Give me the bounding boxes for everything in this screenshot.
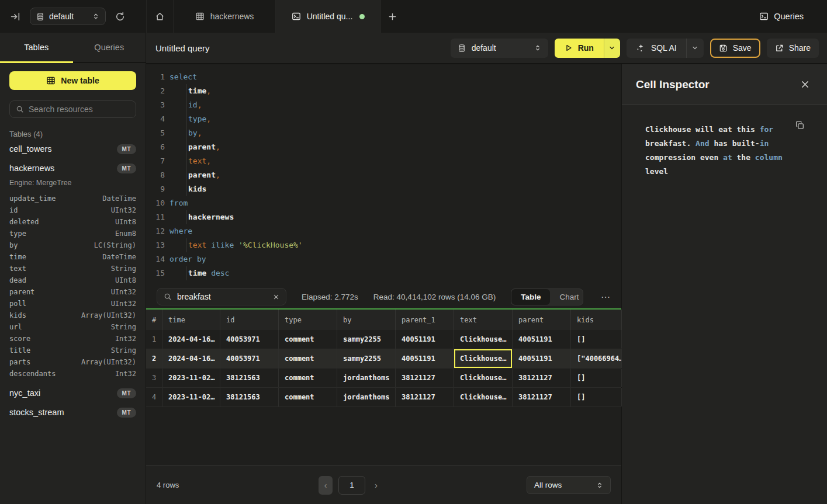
table-cell[interactable]: Clickhouse… [454, 369, 513, 387]
table-cell[interactable]: 38121127 [396, 369, 454, 387]
view-toggle-chart[interactable]: Chart [550, 289, 583, 305]
table-cell[interactable]: sammy2255 [337, 330, 396, 349]
code-line: 1select [146, 70, 621, 84]
table-cell[interactable]: 40051191 [513, 330, 571, 349]
table-cell[interactable]: 38121563 [220, 388, 279, 406]
sidebar-tab-tables[interactable]: Tables [0, 33, 73, 62]
refresh-icon[interactable] [115, 12, 125, 22]
column-header[interactable]: by [337, 310, 396, 330]
sidebar-content: New table Tables (4) cell_towers MT hack… [0, 63, 146, 421]
run-options-button[interactable] [604, 39, 620, 58]
table-cell[interactable]: [] [571, 388, 622, 406]
table-row[interactable]: 12024-04-16…40053971commentsammy22554005… [146, 330, 621, 349]
sidebar-table-stocks-stream[interactable]: stocks_stream MT [9, 404, 136, 421]
table-cell[interactable]: 2024-04-16… [162, 349, 220, 368]
row-count: 4 rows [157, 481, 179, 489]
save-button[interactable]: Save [710, 39, 760, 58]
sidebar-table-cell-towers[interactable]: cell_towers MT [9, 140, 136, 158]
column-definition: idUInt32 [9, 204, 136, 216]
table-cell[interactable]: 40053971 [220, 330, 279, 349]
queries-button[interactable]: Queries [759, 0, 827, 33]
sql-ai-options-button[interactable] [686, 39, 704, 58]
sidebar-table-nyc-taxi[interactable]: nyc_taxi MT [9, 384, 136, 402]
table-cell[interactable]: jordanthoms [337, 388, 396, 406]
column-header[interactable]: # [146, 310, 162, 330]
table-cell[interactable]: comment [279, 349, 337, 368]
body: Tables Queries New table Tables (4) [0, 33, 827, 504]
results-grid-rows: 12024-04-16…40053971commentsammy22554005… [146, 330, 621, 407]
run-label: Run [578, 43, 594, 53]
table-cell[interactable]: 40053971 [220, 349, 279, 368]
copy-icon[interactable] [795, 120, 805, 130]
next-page-button[interactable]: › [375, 480, 378, 490]
column-header[interactable]: parent_1 [396, 310, 454, 330]
table-cell[interactable]: 38121127 [513, 388, 571, 406]
table-cell[interactable]: [] [571, 369, 622, 387]
table-cell[interactable]: 40051191 [396, 349, 454, 368]
table-cell[interactable]: ["40066964… [571, 349, 622, 368]
table-cell[interactable]: Clickhouse… [454, 388, 513, 406]
table-name: stocks_stream [9, 408, 64, 417]
save-label: Save [733, 43, 752, 53]
table-cell[interactable]: 2023-11-02… [162, 369, 220, 387]
table-cell[interactable]: sammy2255 [337, 349, 396, 368]
table-cell[interactable]: 40051191 [396, 330, 454, 349]
new-table-button[interactable]: New table [9, 71, 136, 90]
page-size-selector[interactable]: All rows [527, 476, 611, 494]
tab-hackernews[interactable]: hackernews [174, 0, 276, 33]
results-more-icon[interactable]: ⋯ [601, 291, 611, 303]
table-row[interactable]: 22024-04-16…40053971commentsammy22554005… [146, 349, 621, 369]
share-button[interactable]: Share [767, 39, 819, 58]
run-button[interactable]: Run [555, 39, 604, 58]
new-tab-button[interactable] [388, 12, 397, 21]
collapse-sidebar-icon[interactable] [11, 12, 20, 22]
table-cell[interactable]: 38121127 [513, 369, 571, 387]
table-row[interactable]: 42023-11-02…38121563commentjordanthoms38… [146, 388, 621, 407]
results-search[interactable] [157, 288, 286, 305]
table-cell[interactable]: Clickhouse… [454, 349, 513, 368]
table-cell[interactable]: 2024-04-16… [162, 330, 220, 349]
table-cell[interactable]: comment [279, 330, 337, 349]
workspace: 1select2time,3id,4type,5by,6parent,7text… [146, 64, 827, 504]
column-header[interactable]: parent [513, 310, 571, 330]
prev-page-button[interactable]: ‹ [319, 476, 333, 495]
table-cell[interactable]: 38121563 [220, 369, 279, 387]
page-number-input[interactable]: 1 [338, 476, 365, 495]
sidebar-search-input[interactable] [29, 105, 130, 114]
column-definition: scoreInt32 [9, 333, 136, 345]
table-cell[interactable]: [] [571, 330, 622, 349]
results-search-input[interactable] [177, 292, 268, 301]
table-cell[interactable]: 40051191 [513, 349, 571, 368]
table-cell[interactable]: 38121127 [396, 388, 454, 406]
view-toggle-table[interactable]: Table [511, 289, 550, 305]
chevron-updown-icon [596, 481, 603, 489]
column-header[interactable]: text [454, 310, 513, 330]
table-row[interactable]: 32023-11-02…38121563commentjordanthoms38… [146, 369, 621, 388]
cell-inspector-header: Cell Inspector [622, 64, 827, 105]
code-line: 2time, [146, 84, 621, 98]
clear-search-icon[interactable] [273, 294, 279, 300]
queries-icon [759, 12, 769, 21]
sidebar-tab-queries[interactable]: Queries [73, 33, 146, 62]
table-cell[interactable]: Clickhouse… [454, 330, 513, 349]
sidebar-table-hackernews[interactable]: hackernews MT [9, 159, 136, 177]
database-selector[interactable]: default [30, 8, 106, 25]
column-header[interactable]: type [279, 310, 337, 330]
elapsed-time: Elapsed: 2.772s [302, 293, 358, 301]
column-header[interactable]: time [162, 310, 220, 330]
sql-editor[interactable]: 1select2time,3id,4type,5by,6parent,7text… [146, 64, 621, 285]
engine-badge: MT [117, 164, 136, 173]
view-toggle: Table Chart [511, 289, 583, 305]
table-cell[interactable]: 2023-11-02… [162, 388, 220, 406]
column-header[interactable]: kids [571, 310, 622, 330]
sql-ai-button[interactable]: SQL AI [627, 39, 686, 58]
sidebar-search[interactable] [9, 100, 136, 118]
table-cell[interactable]: comment [279, 369, 337, 387]
column-header[interactable]: id [220, 310, 279, 330]
close-icon[interactable] [801, 80, 809, 89]
tab-untitled-query[interactable]: Untitled qu... [276, 0, 381, 33]
query-database-selector[interactable]: default [451, 39, 548, 58]
table-cell[interactable]: jordanthoms [337, 369, 396, 387]
table-cell[interactable]: comment [279, 388, 337, 406]
tab-home[interactable] [146, 0, 174, 33]
